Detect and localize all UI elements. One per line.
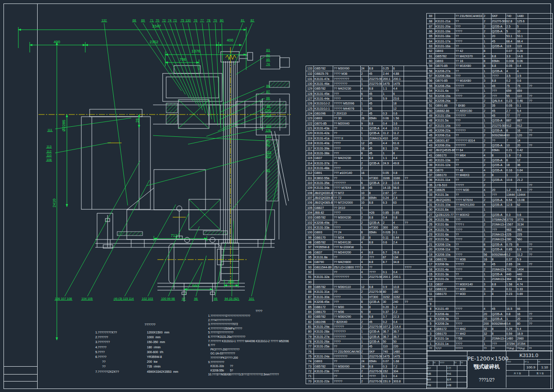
bom-cell: QAL9-4	[491, 98, 506, 103]
bom-cell	[528, 48, 552, 53]
bom-cell: 6	[516, 242, 528, 246]
bom-cell: 13444	[506, 192, 516, 197]
bom-cell	[528, 58, 552, 63]
bom-cell: Q235-A	[369, 125, 383, 130]
bom-cell	[516, 182, 528, 187]
bom-cell: 1	[361, 354, 369, 358]
bom-cell: 99	[306, 235, 314, 239]
bom-cell: 1	[506, 316, 516, 321]
bom-cell	[491, 301, 506, 306]
bom-row: 94GB790?? M42X80048.88.734.8	[306, 259, 427, 264]
bom-cell: 6.8	[516, 246, 528, 251]
bom-cell: 1	[483, 68, 491, 73]
bom-cell: 10	[361, 200, 369, 205]
bom-cell: ???	[491, 192, 506, 197]
drawing-scale: 1:10	[538, 364, 551, 370]
bom-cell: ZG270-500	[369, 76, 383, 81]
bom-cell: 10.6	[506, 177, 516, 182]
bom-row: 44GB301-87??????? 83142??714	[427, 138, 552, 142]
bom-cell: K3131-47a	[314, 76, 333, 81]
bom-cell: ZG270-500	[491, 123, 506, 128]
bom-cell	[528, 33, 552, 38]
bom-cell: 0.59	[506, 331, 516, 336]
bom-cell: ??	[333, 269, 360, 274]
bom-cell	[516, 301, 528, 306]
bom-row: 88K3131-31a??2ZG270-50080160	[306, 289, 427, 294]
bom-cell	[528, 88, 552, 93]
bom-row: 26K3131-9a???137SiMn2W37703770	[427, 217, 552, 222]
bom-cell: 2.2	[393, 309, 404, 314]
dimension-label: 26	[135, 118, 139, 122]
bom-row: 78K3131-26a????1Q235-A5050	[306, 339, 427, 343]
spec-value: 1200X1500 mm	[147, 330, 169, 335]
bom-cell: 4	[361, 373, 369, 378]
bom-cell: 80	[306, 329, 314, 333]
bom-cell: 67	[382, 254, 393, 259]
spec-item: ??735 r/min	[95, 364, 205, 369]
tech-note-line: 5.?????2?????????	[208, 330, 310, 335]
revision-header-cell: ??	[433, 361, 440, 365]
bom-cell: 45	[369, 146, 383, 150]
bom-row: 14K3131-2a????1ZGMn13-4364364	[427, 276, 552, 281]
bom-cell: Q/ZB1220-77	[435, 212, 455, 217]
bom-cell: 48	[427, 118, 435, 122]
bom-row: 55K3208-25a?????1457575??	[427, 83, 552, 88]
bom-cell	[361, 279, 369, 284]
bom-cell	[491, 207, 506, 212]
bom-row: 16K3131-4a????2ZGMn13-47021404	[427, 267, 552, 271]
bom-cell	[404, 150, 427, 155]
cad-sheet: 1326869717072747375130767778798081828384…	[0, 0, 554, 392]
tech-note-line: 10.???3??M36X80?????3.5???2????????2.5mm…	[208, 372, 310, 377]
bom-cell: GB5782	[314, 66, 333, 71]
bom-cell	[528, 331, 552, 336]
model-number: PE-1200×1500	[467, 355, 506, 362]
bom-cell: 21	[427, 242, 435, 246]
bom-cell: 87	[306, 294, 314, 299]
bom-cell: ??	[333, 254, 360, 259]
bom-cell	[404, 146, 427, 150]
bom-cell: 4	[361, 269, 369, 274]
bom-row: 105GB827?? 3X104	[306, 205, 427, 210]
bom-cell: 8	[369, 309, 383, 314]
bom-cell: GB825-76	[314, 71, 333, 76]
leader-lines	[55, 23, 278, 296]
bom-cell: ??	[333, 160, 360, 165]
bom-cell: 0.1	[382, 373, 393, 378]
bom-cell: ?? M42X1200	[455, 202, 484, 207]
bom-cell: ??????	[333, 324, 360, 329]
bom-cell: K3131-15a	[435, 113, 455, 118]
bom-cell: ?? M36X110	[333, 284, 360, 289]
bom-cell: ??	[333, 220, 360, 225]
bom-cell	[404, 155, 427, 160]
bom-cell: 16	[483, 257, 491, 261]
bom-row: 90	[306, 279, 427, 284]
bom-cell: K3131-27a	[314, 334, 333, 339]
bom-cell: 14	[427, 276, 435, 281]
bom-cell: 912	[506, 123, 516, 128]
bom-row: 25K3131-8a???? I2ZGMn13-415673134	[427, 222, 552, 226]
bom-header-cell: ?(?)?	[435, 346, 455, 350]
bom-cell	[404, 364, 427, 368]
bom-row: 108JB/ZQ4330-86?? M721082.6727	[306, 190, 427, 195]
bom-cell	[528, 118, 552, 122]
bom-cell: 75	[306, 354, 314, 358]
bom-cell: 4	[361, 96, 369, 101]
bom-row: 117K3131-39a????16458.1129	[306, 146, 427, 150]
bom-cell: K3131-19a	[435, 28, 455, 33]
bom-cell: GB91-86	[435, 103, 455, 108]
bom-cell: 3	[483, 281, 491, 286]
bom-cell: 0.3	[382, 111, 393, 115]
bom-cell	[404, 339, 427, 343]
bom-cell: K3131.6a	[435, 207, 455, 212]
bom-cell: 10	[361, 190, 369, 195]
bom-cell: 0.1	[393, 229, 404, 234]
bom-cell: ???????	[333, 180, 360, 185]
bom-cell: 5.9	[382, 96, 393, 101]
bom-cell: 0.2	[506, 78, 516, 83]
bom-cell: 2	[483, 177, 491, 182]
signature-row: 设计工艺	[427, 365, 467, 371]
bom-cell	[382, 244, 393, 249]
bom-cell: 41	[427, 153, 435, 157]
bom-row: 69?? 231/500CA/W332SKF7401480	[427, 14, 552, 18]
bom-cell: 0.3	[506, 212, 516, 217]
